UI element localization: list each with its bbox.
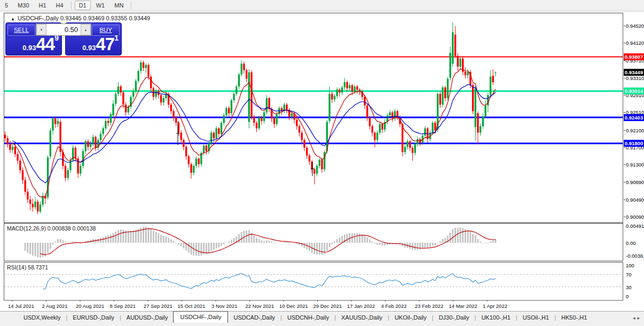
date-axis-label: 8 Sep 2021: [110, 303, 136, 309]
chart-tab-usoil-h1[interactable]: USOil-,H1: [517, 313, 555, 323]
chart-tab-usdcad-daily[interactable]: USDCAD-,Daily: [228, 313, 280, 323]
timeframe-button-w1[interactable]: W1: [92, 1, 109, 10]
date-axis-label: 10 Dec 2021: [279, 303, 308, 309]
volume-decrease-button[interactable]: ▾: [36, 24, 46, 35]
price-axis-tick: [624, 200, 625, 200]
toolbar-separator: [71, 2, 72, 10]
toolbar-separator: [131, 2, 131, 10]
rsi-axis-label: 70: [626, 272, 632, 277]
price-level-badge: 0.93014: [624, 88, 644, 94]
price-axis-tick: [624, 43, 625, 43]
date-axis-label: 27 Sep 2021: [144, 303, 172, 309]
price-axis-tick: [624, 112, 625, 113]
chart-title: ▲USDCHF-,Daily 0.93445 0.93469 0.93355 0…: [11, 15, 150, 21]
rsi-axis-label: 0: [626, 293, 629, 299]
chart-tab-usdchf-daily[interactable]: USDCHF-,Daily: [173, 311, 228, 323]
price-axis-tick: [624, 182, 625, 182]
sell-price: 0.93449: [22, 34, 59, 54]
chart-tab-usdx-weekly[interactable]: USDX,Weekly: [18, 313, 66, 323]
tab-scroll-arrows[interactable]: ◂▸: [633, 315, 642, 321]
chart-tab-hk50-h1[interactable]: HK50-,H1: [556, 313, 592, 323]
sell-price-big: 44: [36, 34, 54, 54]
date-axis-label: 29 Dec 2021: [313, 303, 342, 309]
price-axis-label: 0.93310: [626, 75, 644, 81]
price-axis-label: 0.91300: [626, 162, 644, 168]
price-axis-label: 0.92100: [626, 128, 644, 133]
date-axis-label: 4 Feb 2022: [381, 303, 407, 309]
price-axis-tick: [624, 217, 625, 217]
volume-increase-button[interactable]: ▴: [81, 24, 91, 35]
timeframe-button-d1[interactable]: D1: [75, 1, 91, 10]
price-chart-canvas[interactable]: [4, 13, 624, 304]
date-axis-label: 17 Jan 2022: [347, 303, 375, 309]
price-axis-label: 0.94120: [626, 40, 644, 46]
price-axis-label: 0.90490: [626, 197, 644, 203]
rsi-axis-label: 30: [626, 284, 632, 290]
timeframe-button-h4[interactable]: H4: [52, 1, 68, 10]
price-axis-tick: [624, 78, 625, 78]
sell-price-prefix: 0.93: [22, 44, 36, 52]
date-axis: 14 Jul 20212 Aug 202120 Aug 20218 Sep 20…: [4, 301, 623, 311]
chart-tab-ukoil-daily[interactable]: UKOil-,Daily: [389, 313, 432, 323]
chart-title-text: USDCHF-,Daily 0.93445 0.93469 0.93355 0.…: [18, 15, 150, 21]
buy-price-prefix: 0.93: [82, 44, 96, 52]
chart-tab-xauusd-daily[interactable]: XAUUSD-,Daily: [336, 313, 388, 323]
macd-axis-label: -0.00361: [626, 253, 644, 259]
timeframe-button-m30[interactable]: M30: [13, 1, 33, 10]
date-axis-label: 20 Aug 2021: [76, 303, 104, 309]
macd-axis-label: 0.00: [626, 240, 636, 246]
chart-area[interactable]: ▲USDCHF-,Daily 0.93445 0.93469 0.93355 0…: [0, 12, 644, 311]
timeframe-button-h1[interactable]: H1: [35, 1, 51, 10]
price-level-badge: 0.93807: [624, 53, 644, 60]
chart-tab-uk100-h1[interactable]: UK100-,H1: [476, 313, 515, 323]
symbol-collapse-icon[interactable]: ▲: [11, 17, 15, 21]
trading-platform-window: 5M30H1H4D1W1MN ▲USDCHF-,Daily 0.93445 0.…: [0, 0, 644, 326]
price-axis-label: 0.90890: [626, 179, 644, 185]
volume-input[interactable]: 0.50: [46, 24, 81, 35]
price-level-badge: 0.91800: [624, 140, 644, 147]
price-axis-tick: [624, 60, 625, 61]
price-axis-label: 0.90090: [626, 214, 644, 220]
date-axis-label: 15 Oct 2021: [178, 303, 206, 309]
date-axis-label: 1 Apr 2022: [483, 303, 507, 309]
date-axis-label: 14 Mar 2022: [449, 303, 477, 309]
price-axis-tick: [624, 95, 625, 96]
macd-indicator-label: MACD(12,26,9) 0.000838 0.000138: [7, 225, 96, 232]
macd-axis-label: 0.004913: [626, 223, 644, 229]
timeframe-button-5[interactable]: 5: [1, 1, 12, 10]
buy-price-pip: 1: [114, 34, 119, 42]
price-axis: 0.945200.941200.937100.933100.929100.925…: [624, 12, 644, 311]
price-axis-tick: [624, 164, 625, 165]
price-axis-tick: [624, 147, 625, 148]
one-click-trade-panel: SELL 0.93449 BUY 0.93471 ▾ 0.50 ▴: [5, 22, 122, 55]
buy-price-big: 47: [96, 34, 114, 54]
price-axis-tick: [624, 26, 625, 26]
date-axis-label: 3 Nov 2021: [211, 303, 238, 309]
timeframe-toolbar: 5M30H1H4D1W1MN: [0, 0, 644, 11]
rsi-axis-label: 100: [626, 263, 634, 268]
timeframe-button-mn[interactable]: MN: [110, 1, 128, 10]
rsi-indicator-label: RSI(14) 58.7371: [7, 264, 48, 271]
chart-tab-usdcnh-daily[interactable]: USDCNH-,Daily: [282, 313, 334, 323]
chart-tab-audusd-daily[interactable]: AUDUSD-,Daily: [121, 313, 174, 323]
volume-spinner: ▾ 0.50 ▴: [36, 23, 91, 36]
price-axis-label: 0.94520: [626, 23, 644, 29]
chart-tab-dj30-daily[interactable]: DJ30-,Daily: [434, 313, 475, 323]
chart-tab-bar: USDX,Weekly|EURUSD-,Daily|AUDUSD-,DailyU…: [0, 311, 644, 323]
date-axis-label: 23 Feb 2022: [415, 303, 443, 309]
date-axis-label: 22 Nov 2021: [246, 303, 274, 309]
date-axis-label: 14 Jul 2021: [8, 303, 34, 309]
price-level-badge: 0.92403: [624, 114, 644, 121]
price-level-badge: 0.93449: [624, 69, 644, 76]
price-axis-tick: [624, 130, 625, 131]
date-axis-label: 2 Aug 2021: [42, 303, 68, 309]
chart-tab-eurusd-daily[interactable]: EURUSD-,Daily: [67, 313, 120, 323]
buy-price: 0.93471: [82, 34, 119, 54]
